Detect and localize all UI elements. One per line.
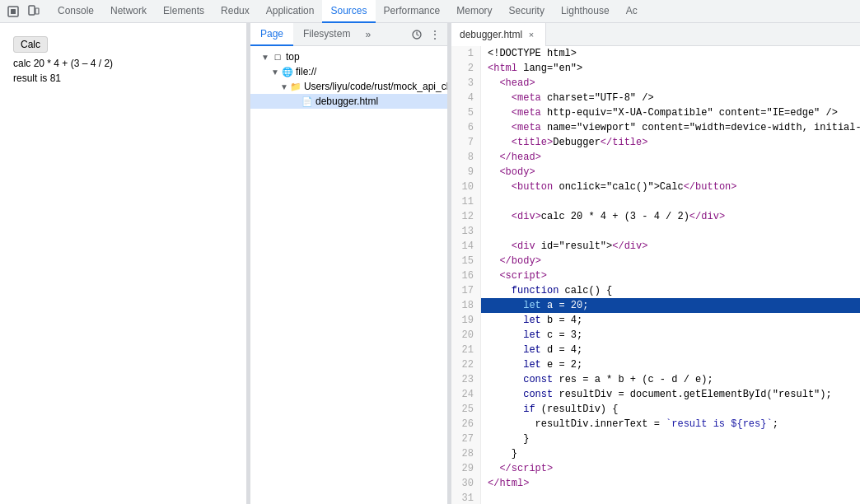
tree-top-icon: □ xyxy=(272,51,283,63)
tab-sources[interactable]: Sources xyxy=(322,0,375,23)
page-preview-panel: Calc calc 20 * 4 + (3 – 4 / 2) result is… xyxy=(0,23,247,504)
tree-folder-icon: 📁 xyxy=(290,81,301,92)
tree-file-icon: 📄 xyxy=(301,96,313,107)
tree-arrow-top: ▼ xyxy=(260,52,270,62)
page-content: Calc calc 20 * 4 + (3 – 4 / 2) result is… xyxy=(0,23,246,504)
sources-actions: ⋮ xyxy=(408,26,447,44)
calc-result: result is 81 xyxy=(13,72,233,84)
editor-tab-label: debugger.html xyxy=(460,29,522,40)
tree-arrow-file: ▼ xyxy=(270,67,280,77)
svg-rect-1 xyxy=(11,9,16,14)
tab-application[interactable]: Application xyxy=(258,0,323,23)
svg-rect-3 xyxy=(35,8,39,14)
tab-network[interactable]: Network xyxy=(102,0,155,23)
tree-label-file: file:// xyxy=(296,66,316,77)
sources-more-button[interactable]: » xyxy=(360,26,376,44)
tree-globe-icon: 🌐 xyxy=(282,66,293,77)
tree-arrow-folder: ▼ xyxy=(280,82,288,91)
calc-expression: calc 20 * 4 + (3 – 4 / 2) xyxy=(13,58,233,69)
main-area: Calc calc 20 * 4 + (3 – 4 / 2) result is… xyxy=(0,23,860,504)
file-tree: ▼ □ top ▼ 🌐 file:// ▼ 📁 Users/liyu/code/… xyxy=(250,46,447,504)
tab-elements[interactable]: Elements xyxy=(155,0,213,23)
code-editor-panel: debugger.html × 123456789101112131415161… xyxy=(451,23,860,504)
tab-lighthouse[interactable]: Lighthouse xyxy=(553,0,618,23)
calc-button[interactable]: Calc xyxy=(13,36,48,53)
sources-sync-icon[interactable] xyxy=(408,26,426,44)
tab-security[interactable]: Security xyxy=(501,0,553,23)
sources-subheader: Page Filesystem » ⋮ xyxy=(250,23,447,46)
tree-item-file-html[interactable]: ▶ 📄 debugger.html xyxy=(250,94,447,109)
code-area[interactable]: 1234567891011121314151617181920212223242… xyxy=(451,46,860,504)
editor-tab-close-icon[interactable]: × xyxy=(526,29,537,40)
editor-tabs: debugger.html × xyxy=(451,23,860,46)
sources-more-icon[interactable]: ⋮ xyxy=(426,26,444,44)
devtools-icons xyxy=(3,2,43,21)
svg-rect-2 xyxy=(29,6,35,15)
line-numbers: 1234567891011121314151617181920212223242… xyxy=(451,46,481,504)
tree-label-html: debugger.html xyxy=(315,96,378,107)
sources-tab-page[interactable]: Page xyxy=(250,23,293,46)
sources-tab-filesystem[interactable]: Filesystem xyxy=(293,23,360,46)
tab-console[interactable]: Console xyxy=(49,0,102,23)
editor-tab-debugger[interactable]: debugger.html × xyxy=(451,23,546,46)
tree-label-folder: Users/liyu/code/rust/mock_api_cli xyxy=(304,81,447,92)
tab-memory[interactable]: Memory xyxy=(448,0,500,23)
devtools-tabbar: Console Network Elements Redux Applicati… xyxy=(0,0,860,23)
tree-item-folder[interactable]: ▼ 📁 Users/liyu/code/rust/mock_api_cli xyxy=(250,79,447,94)
inspect-icon[interactable] xyxy=(3,2,23,21)
code-lines: <!DOCTYPE html><html lang="en"> <head> <… xyxy=(481,46,860,504)
tree-item-file[interactable]: ▼ 🌐 file:// xyxy=(250,64,447,79)
sources-panel: Page Filesystem » ⋮ ▼ □ top ▼ 🌐 file:// xyxy=(250,23,448,504)
tab-performance[interactable]: Performance xyxy=(376,0,449,23)
device-icon[interactable] xyxy=(23,2,43,21)
tab-ac[interactable]: Ac xyxy=(618,0,646,23)
tree-label-top: top xyxy=(286,51,300,63)
tab-redux[interactable]: Redux xyxy=(213,0,258,23)
tree-item-top[interactable]: ▼ □ top xyxy=(250,49,447,64)
